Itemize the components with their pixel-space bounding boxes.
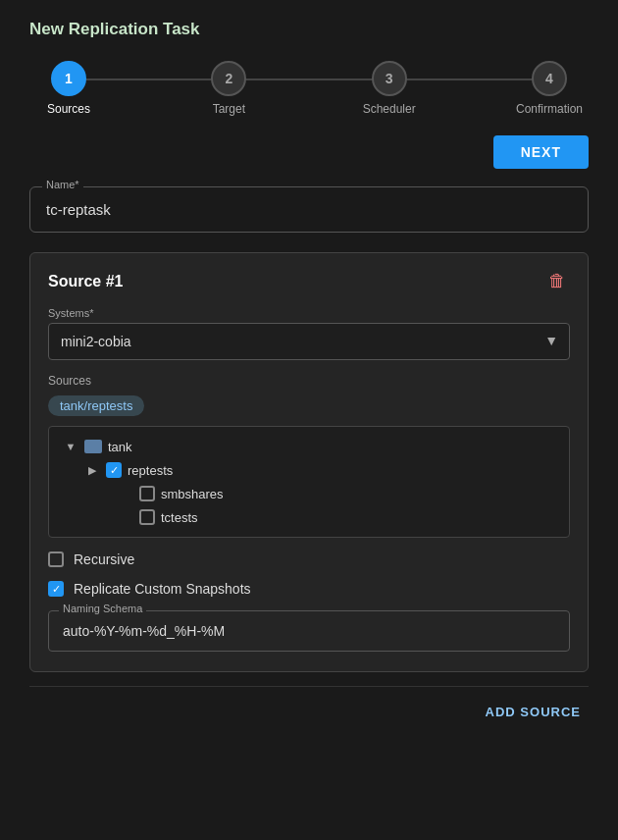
source-header: Source #1 🗑 (48, 269, 570, 293)
step-label-target: Target (213, 102, 245, 116)
next-btn-row: NEXT (29, 135, 589, 169)
tree-toggle-reptests[interactable]: ▶ (84, 462, 100, 478)
step-circle-4: 4 (532, 61, 567, 96)
step-label-sources: Sources (47, 102, 90, 116)
naming-schema-label: Naming Schema (59, 603, 146, 614)
tree-label-reptests: reptests (128, 463, 173, 478)
name-field-group: Name* (29, 186, 589, 233)
step-confirmation: 4 Confirmation (510, 61, 589, 116)
page-container: New Replication Task 1 Sources 2 Target … (0, 0, 618, 753)
folder-icon-tank (84, 440, 102, 453)
add-source-row: ADD SOURCE (29, 686, 589, 723)
page-title: New Replication Task (29, 20, 589, 39)
step-scheduler: 3 Scheduler (350, 61, 429, 116)
trash-icon: 🗑 (548, 271, 566, 290)
replicate-snapshots-row: Replicate Custom Snapshots (48, 581, 570, 597)
source-title: Source #1 (48, 273, 123, 290)
tree-label-tctests: tctests (161, 510, 198, 525)
recursive-row: Recursive (48, 551, 570, 567)
tree-toggle-tank[interactable]: ▼ (63, 439, 78, 454)
source-card-1: Source #1 🗑 Systems* mini2-cobia ▼ Sourc… (29, 252, 589, 672)
tree-row-smbshares: smbshares (55, 482, 563, 505)
step-target: 2 Target (189, 61, 268, 116)
replicate-snapshots-label: Replicate Custom Snapshots (74, 581, 251, 597)
tree-label-tank: tank (108, 440, 132, 454)
systems-select[interactable]: mini2-cobia (48, 323, 570, 360)
tree-row-reptests: ▶ reptests (55, 458, 563, 482)
tree-label-smbshares: smbshares (161, 487, 224, 501)
step-label-confirmation: Confirmation (516, 102, 583, 116)
add-source-button[interactable]: ADD SOURCE (478, 701, 589, 723)
tree-row-tctests: tctests (55, 505, 563, 529)
sources-section-label: Sources (48, 374, 570, 388)
name-input[interactable] (46, 201, 572, 218)
naming-schema-input[interactable] (63, 623, 555, 639)
recursive-label: Recursive (74, 551, 134, 567)
source-tag[interactable]: tank/reptests (48, 395, 144, 416)
systems-select-wrapper: Systems* mini2-cobia ▼ (48, 307, 570, 360)
delete-source-button[interactable]: 🗑 (544, 269, 570, 293)
name-field-label: Name* (42, 179, 83, 190)
checkbox-reptests[interactable] (106, 462, 122, 478)
tree-row-tank: ▼ tank (55, 435, 563, 458)
next-button[interactable]: NEXT (493, 135, 589, 169)
step-sources: 1 Sources (29, 61, 108, 116)
stepper: 1 Sources 2 Target 3 Scheduler 4 Confirm… (29, 61, 589, 116)
step-circle-3: 3 (372, 61, 407, 96)
naming-schema-group: Naming Schema (48, 610, 570, 652)
checkbox-smbshares[interactable] (139, 486, 155, 501)
checkbox-recursive[interactable] (48, 551, 64, 567)
step-circle-2: 2 (211, 61, 246, 96)
stepper-line (69, 79, 549, 80)
systems-label: Systems* (48, 307, 570, 319)
checkbox-replicate-snapshots[interactable] (48, 581, 64, 597)
step-circle-1: 1 (51, 61, 86, 96)
step-label-scheduler: Scheduler (363, 102, 416, 116)
checkbox-tctests[interactable] (139, 509, 155, 525)
tree-container: ▼ tank ▶ reptests smbshares (48, 426, 570, 538)
sources-tags: tank/reptests (48, 395, 570, 416)
